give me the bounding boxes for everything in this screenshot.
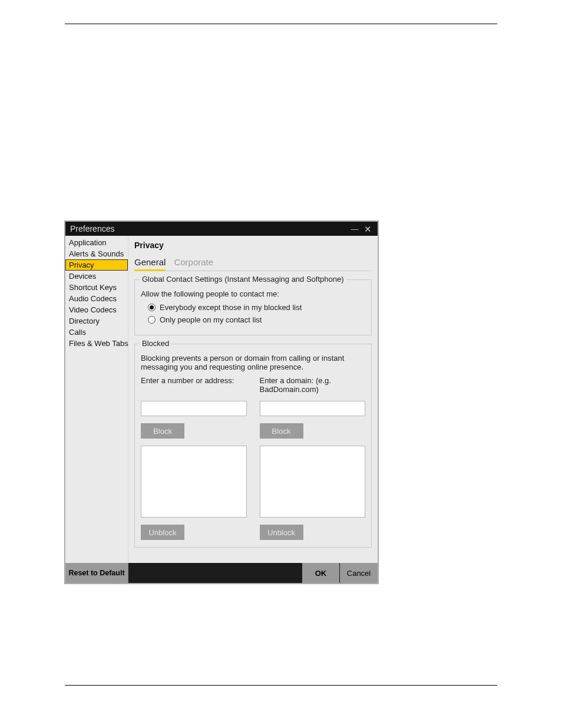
- global-prompt: Allow the following people to contact me…: [141, 289, 365, 298]
- sidebar-item-video-codecs[interactable]: Video Codecs: [65, 304, 128, 315]
- global-legend: Global Contact Settings (Instant Messagi…: [140, 275, 346, 284]
- sidebar-item-shortcut-keys[interactable]: Shortcut Keys: [65, 282, 128, 293]
- page-title: Privacy: [134, 241, 372, 250]
- sidebar-item-calls[interactable]: Calls: [65, 327, 128, 338]
- unblock-address-button[interactable]: Unblock: [141, 525, 184, 540]
- radio-everybody-icon: [148, 304, 156, 311]
- block-domain-button[interactable]: Block: [260, 423, 303, 439]
- main-panel: Privacy General Corporate Global Contact…: [128, 236, 378, 563]
- sidebar: Application Alerts & Sounds Privacy Devi…: [65, 236, 128, 563]
- sidebar-item-directory[interactable]: Directory: [65, 315, 128, 327]
- cancel-button[interactable]: Cancel: [340, 563, 378, 583]
- sidebar-item-alerts-sounds[interactable]: Alerts & Sounds: [65, 248, 128, 259]
- sidebar-item-files-web-tabs[interactable]: Files & Web Tabs: [65, 338, 128, 349]
- blocked-address-column: Enter a number or address: Block Unblock: [141, 376, 247, 540]
- radio-contacts-only[interactable]: Only people on my contact list: [148, 315, 365, 324]
- blocked-domain-list[interactable]: [260, 446, 366, 518]
- unblock-domain-button[interactable]: Unblock: [260, 525, 303, 540]
- sidebar-item-application[interactable]: Application: [65, 237, 128, 248]
- dialog-footer: Reset to Default OK Cancel: [65, 563, 378, 583]
- radio-everybody-label: Everybody except those in my blocked lis…: [160, 303, 302, 312]
- tabs: General Corporate: [134, 256, 372, 271]
- tab-corporate[interactable]: Corporate: [174, 256, 213, 271]
- window-title: Preferences: [70, 224, 348, 233]
- blocked-legend: Blocked: [140, 339, 171, 348]
- footer-spacer: [128, 563, 302, 583]
- page-rule-bottom: [65, 685, 497, 686]
- blocked-desc: Blocking prevents a person or domain fro…: [141, 354, 365, 371]
- sidebar-item-privacy[interactable]: Privacy: [65, 259, 128, 271]
- tab-general[interactable]: General: [134, 256, 166, 271]
- close-button[interactable]: ✕: [361, 223, 374, 234]
- sidebar-item-devices[interactable]: Devices: [65, 271, 128, 282]
- minimize-button[interactable]: —: [348, 223, 361, 234]
- sidebar-item-audio-codecs[interactable]: Audio Codecs: [65, 293, 128, 304]
- preferences-dialog: Preferences — ✕ Application Alerts & Sou…: [65, 221, 378, 584]
- address-label: Enter a number or address:: [141, 376, 247, 397]
- global-contact-settings-group: Global Contact Settings (Instant Messagi…: [134, 279, 372, 335]
- blocked-address-list[interactable]: [141, 446, 247, 518]
- blocked-group: Blocked Blocking prevents a person or do…: [134, 344, 372, 548]
- radio-contacts-only-label: Only people on my contact list: [160, 315, 262, 324]
- page-rule-top: [65, 24, 497, 24]
- ok-button[interactable]: OK: [302, 563, 340, 583]
- address-input[interactable]: [141, 401, 247, 416]
- radio-contacts-only-icon: [148, 316, 156, 324]
- blocked-domain-column: Enter a domain: (e.g. BadDomain.com) Blo…: [260, 376, 366, 540]
- titlebar: Preferences — ✕: [65, 222, 378, 236]
- block-address-button[interactable]: Block: [141, 423, 184, 439]
- reset-to-default-button[interactable]: Reset to Default: [65, 563, 128, 583]
- radio-everybody[interactable]: Everybody except those in my blocked lis…: [148, 303, 365, 312]
- domain-input[interactable]: [260, 401, 366, 416]
- domain-label: Enter a domain: (e.g. BadDomain.com): [260, 376, 366, 397]
